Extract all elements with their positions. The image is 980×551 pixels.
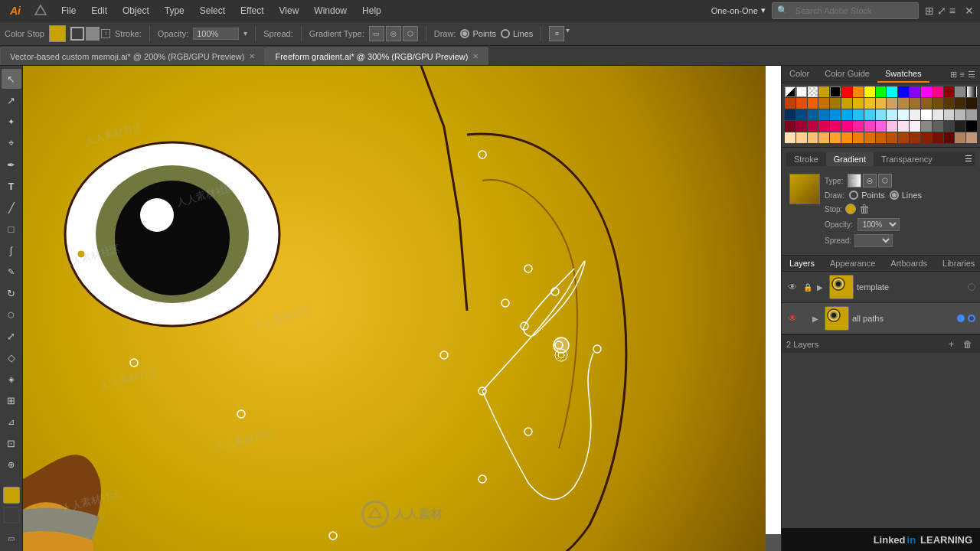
s31[interactable]	[898, 109, 909, 120]
menu-view[interactable]: View	[272, 2, 307, 19]
menu-window[interactable]: Window	[306, 2, 354, 19]
grad-points-option[interactable]: Points	[849, 191, 885, 200]
s10[interactable]	[887, 98, 897, 109]
s53[interactable]	[921, 121, 932, 132]
s43[interactable]	[808, 121, 818, 132]
scale-tool-btn[interactable]: ⤢	[2, 326, 21, 346]
gradient-type-freeform-btn[interactable]: ⬡	[403, 26, 418, 41]
s36[interactable]	[955, 109, 965, 120]
s71[interactable]	[898, 132, 909, 143]
gradient-tool-btn[interactable]: ◈	[2, 369, 21, 389]
white-swatch[interactable]	[796, 86, 807, 97]
menu-type[interactable]: Type	[157, 2, 192, 19]
s76[interactable]	[955, 132, 965, 143]
s32[interactable]	[910, 109, 920, 120]
points-radio[interactable]	[460, 29, 469, 38]
s22[interactable]	[796, 109, 807, 120]
menu-help[interactable]: Help	[354, 2, 389, 19]
pencil-tool-btn[interactable]: ✎	[2, 262, 21, 282]
zoom-tool-btn[interactable]: ⊕	[2, 455, 21, 474]
menu-file[interactable]: File	[54, 2, 83, 19]
lines-radio[interactable]	[501, 29, 510, 38]
s73[interactable]	[921, 132, 932, 143]
black-swatch[interactable]	[830, 86, 841, 97]
close-icon[interactable]: ✕	[965, 5, 974, 17]
gradient-preview-swatch[interactable]	[789, 174, 820, 204]
gradient-tab[interactable]: Gradient	[826, 152, 874, 166]
swatches-menu-icon[interactable]: ☰	[968, 70, 975, 80]
s48[interactable]	[864, 121, 875, 132]
s68[interactable]	[864, 132, 875, 143]
layer-template-lock-icon[interactable]: 🔒	[802, 281, 814, 293]
s57[interactable]	[966, 121, 977, 132]
menu-effect[interactable]: Effect	[233, 2, 271, 19]
magenta-swatch[interactable]	[921, 86, 932, 97]
gradient-opacity-select[interactable]: 100% 75% 50% 25%	[858, 218, 900, 231]
gold-swatch-1[interactable]	[818, 86, 829, 97]
registration-swatch[interactable]	[808, 86, 818, 97]
draw-points-option[interactable]: Points	[460, 29, 496, 38]
s11[interactable]	[898, 98, 909, 109]
artboard-canvas[interactable]	[23, 66, 781, 551]
direct-select-tool-btn[interactable]: ↗	[2, 90, 21, 110]
extra-btn-1[interactable]: ≡	[549, 26, 564, 41]
select-tool-btn[interactable]: ↖	[2, 69, 21, 89]
s17[interactable]	[966, 98, 977, 109]
green-swatch[interactable]	[876, 86, 887, 97]
pen-tool-btn[interactable]: ✒	[2, 155, 21, 174]
orange-swatch[interactable]	[853, 86, 864, 97]
arrange-icon[interactable]: ⊞	[925, 5, 934, 17]
layer-paths-vis-icon[interactable]: 👁	[786, 312, 799, 324]
libraries-tab[interactable]: Libraries	[935, 256, 980, 271]
paintbrush-tool-btn[interactable]: ∫	[2, 240, 21, 260]
grad-lines-option[interactable]: Lines	[890, 191, 922, 200]
search-input[interactable]	[791, 5, 913, 17]
gradient-swatch[interactable]	[966, 86, 977, 97]
layer-paths-arrow-icon[interactable]: ▶	[812, 315, 822, 323]
gradient-radial-icon[interactable]: ◎	[863, 174, 877, 187]
s55[interactable]	[944, 121, 955, 132]
red-swatch[interactable]	[841, 86, 852, 97]
s62[interactable]	[796, 132, 807, 143]
s41[interactable]	[785, 121, 795, 132]
s46[interactable]	[841, 121, 852, 132]
s29[interactable]	[876, 109, 887, 120]
s8[interactable]	[864, 98, 875, 109]
s70[interactable]	[887, 132, 897, 143]
swatches-list-icon[interactable]: ≡	[960, 70, 965, 79]
fill-color-btn[interactable]	[3, 487, 20, 504]
s34[interactable]	[933, 109, 943, 120]
s52[interactable]	[910, 121, 920, 132]
s64[interactable]	[818, 132, 829, 143]
rotate-tool-btn[interactable]: ↻	[2, 283, 21, 303]
delete-layer-btn[interactable]: 🗑	[960, 337, 975, 351]
s54[interactable]	[933, 121, 943, 132]
s67[interactable]	[853, 132, 864, 143]
none-swatch[interactable]	[785, 86, 795, 97]
magic-wand-tool-btn[interactable]: ✦	[2, 112, 21, 132]
yellow-swatch[interactable]	[864, 86, 875, 97]
s49[interactable]	[876, 121, 887, 132]
type-tool-btn[interactable]: T	[2, 176, 21, 196]
s74[interactable]	[933, 132, 943, 143]
blue-swatch[interactable]	[898, 86, 909, 97]
s3[interactable]	[808, 98, 818, 109]
s4[interactable]	[818, 98, 829, 109]
tab-2[interactable]: Freeform gradient.ai* @ 300% (RGB/GPU Pr…	[265, 47, 488, 65]
s35[interactable]	[944, 109, 955, 120]
reflect-tool-btn[interactable]: ⬡	[2, 305, 21, 324]
mesh-tool-btn[interactable]: ⊞	[2, 390, 21, 410]
opacity-chevron-icon[interactable]: ▾	[243, 29, 247, 37]
s21[interactable]	[785, 109, 795, 120]
artboards-tab[interactable]: Artboards	[883, 256, 935, 271]
pink-swatch[interactable]	[933, 86, 943, 97]
layers-tab[interactable]: Layers	[782, 256, 822, 271]
s5[interactable]	[830, 98, 841, 109]
layer-template[interactable]: 👁 🔒 ▶ template	[782, 272, 980, 303]
gradient-linear-icon[interactable]: ▭	[848, 174, 861, 187]
gradient-type-linear-btn[interactable]: ▭	[369, 26, 384, 41]
s24[interactable]	[818, 109, 829, 120]
expand-icon[interactable]: ⤢	[937, 5, 946, 17]
grad-lines-radio[interactable]	[890, 191, 899, 200]
layer-template-vis-icon[interactable]: 👁	[786, 281, 799, 293]
